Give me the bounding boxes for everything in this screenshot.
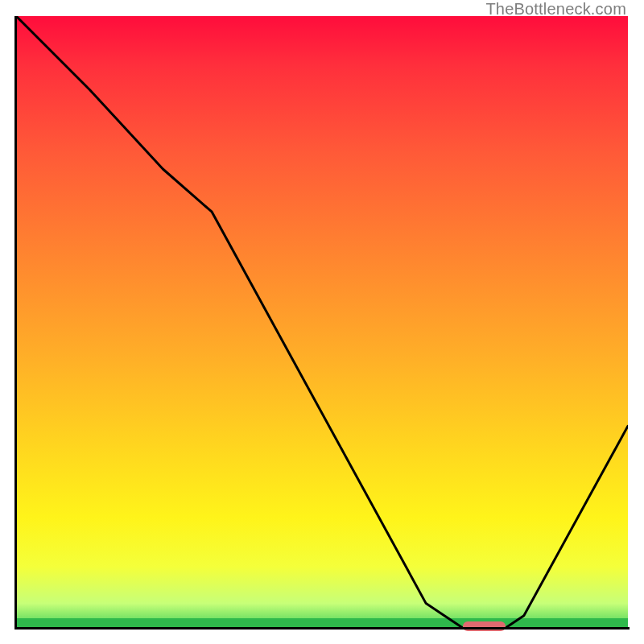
chart-stage: TheBottleneck.com xyxy=(0,0,644,644)
bottleneck-curve xyxy=(16,16,628,628)
optimal-zone-marker xyxy=(463,621,506,631)
